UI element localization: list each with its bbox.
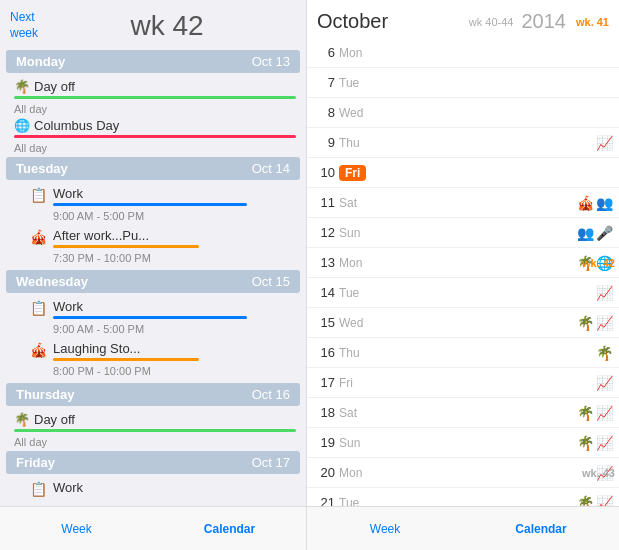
event-work-wednesday[interactable]: 📋 Work 9:00 AM - 5:00 PM [0,296,306,338]
cal-icons-20: 📈 [369,465,613,481]
allday-label-2: All day [0,142,306,154]
cal-row-10[interactable]: 10 Fri [307,158,619,188]
day-header-monday: Monday Oct 13 [6,50,300,73]
event-info-5: Work [53,480,296,495]
cal-row-9[interactable]: 9 Thu 📈 [307,128,619,158]
day-num-6: 6 [313,45,335,60]
event-day-off-monday[interactable]: 🌴 Day off [0,76,306,99]
event-bar-green-thu [14,429,296,432]
cal-row-14[interactable]: 14 Tue 📈 [307,278,619,308]
day-num-17: 17 [313,375,335,390]
event-time-laughing: 8:00 PM - 10:00 PM [53,365,296,377]
next-week-button[interactable]: Nextweek [10,10,38,41]
right-header: October wk 40-44 2014 wk. 41 [307,0,619,38]
day-num-16: 16 [313,345,335,360]
chart-icon-21: 📈 [596,495,613,507]
cal-row-17[interactable]: 17 Fri 📈 [307,368,619,398]
day-date-monday: Oct 13 [252,54,290,69]
allday-label-thu: All day [0,436,306,448]
day-name-15: Wed [339,316,369,330]
day-num-11: 11 [313,195,335,210]
event-work-tuesday[interactable]: 📋 Work 9:00 AM - 5:00 PM [0,183,306,225]
event-day-off-thursday[interactable]: 🌴 Day off [0,409,306,432]
event-bar-green [14,96,296,99]
bottom-nav-left: Week Calendar [0,507,307,550]
day-name-7: Tue [339,76,369,90]
palm-icon-15: 🌴 [577,315,594,331]
work-icon-fri: 📋 [30,480,47,498]
day-name-12: Sun [339,226,369,240]
day-name-wednesday: Wednesday [16,274,88,289]
cal-icons-18: 🌴📈 [369,405,613,421]
left-calendar-tab[interactable]: Calendar [153,507,306,550]
group-icon-11: 👥 [596,195,613,211]
day-date-friday: Oct 17 [252,455,290,470]
event-title-work-tue: Work [53,186,296,201]
event-title-laughing: Laughing Sto... [53,341,296,356]
event-bar-pink [14,135,296,138]
day-name-tuesday: Tuesday [16,161,68,176]
event-bar-blue-tue [53,203,247,206]
left-week-tab[interactable]: Week [0,507,153,550]
day-name-17: Fri [339,376,369,390]
day-name-8: Wed [339,106,369,120]
work-icon-wed: 📋 [30,299,47,317]
chart-icon-19: 📈 [596,435,613,451]
right-calendar-scroll[interactable]: 6 Mon 7 Tue 8 Wed 9 Thu 📈 [307,38,619,506]
cal-row-16[interactable]: 16 Thu 🌴 [307,338,619,368]
cal-row-21[interactable]: 21 Tue 🌴📈 [307,488,619,506]
chart-icon-14: 📈 [596,285,613,301]
chart-icon-18: 📈 [596,405,613,421]
cal-icons-15: 🌴📈 [369,315,613,331]
event-columbus-day[interactable]: 🌐 Columbus Day [0,115,306,138]
month-label: October [317,10,465,33]
cal-icons-19: 🌴📈 [369,435,613,451]
wk-label-42: wk. 42 [582,257,615,269]
cal-row-20[interactable]: 20 Mon 📈 wk. 43 [307,458,619,488]
day-date-wednesday: Oct 15 [252,274,290,289]
right-week-tab[interactable]: Week [307,507,463,550]
event-row: 📋 Work 9:00 AM - 5:00 PM [30,186,296,222]
day-num-12: 12 [313,225,335,240]
day-num-15: 15 [313,315,335,330]
day-name-20: Mon [339,466,369,480]
day-num-19: 19 [313,435,335,450]
day-header-wednesday: Wednesday Oct 15 [6,270,300,293]
cal-icons-17: 📈 [369,375,613,391]
wk-range-label: wk 40-44 [469,16,514,28]
palm-icon-21: 🌴 [577,495,594,507]
event-title-2: 🌐 Columbus Day [14,118,296,133]
cal-row-18[interactable]: 18 Sat 🌴📈 [307,398,619,428]
today-badge: Fri [339,165,366,181]
cal-row-12[interactable]: 12 Sun 👥🎤 [307,218,619,248]
palm-icon: 🌴 [14,79,30,94]
cal-row-6[interactable]: 6 Mon [307,38,619,68]
event-time-work-tue: 9:00 AM - 5:00 PM [53,210,296,222]
event-work-friday[interactable]: 📋 Work [0,477,306,501]
wk-label-43: wk. 43 [582,467,615,479]
cal-row-8[interactable]: 8 Wed [307,98,619,128]
cal-row-15[interactable]: 15 Wed 🌴📈 [307,308,619,338]
day-num-7: 7 [313,75,335,90]
cal-row-11[interactable]: 11 Sat 🎪👥 [307,188,619,218]
event-bar-orange-tue [53,245,199,248]
day-num-20: 20 [313,465,335,480]
right-calendar-tab[interactable]: Calendar [463,507,619,550]
event-bar-orange-wed [53,358,199,361]
left-scroll[interactable]: Monday Oct 13 🌴 Day off All day 🌐 Columb… [0,47,306,506]
event-laughing-wednesday[interactable]: 🎪 Laughing Sto... 8:00 PM - 10:00 PM [0,338,306,380]
cal-row-19[interactable]: 19 Sun 🌴📈 [307,428,619,458]
cal-row-13[interactable]: 13 Mon 🌴🌐 wk. 42 [307,248,619,278]
cal-icons-21: 🌴📈 [369,495,613,507]
event-row-4: 🎪 Laughing Sto... 8:00 PM - 10:00 PM [30,341,296,377]
event-bar-blue-wed [53,316,247,319]
event-title-work-fri: Work [53,480,296,495]
palm-icon-16: 🌴 [596,345,613,361]
work-icon-tue: 📋 [30,186,47,204]
cal-icons-14: 📈 [369,285,613,301]
event-info-4: Laughing Sto... 8:00 PM - 10:00 PM [53,341,296,377]
cal-row-7[interactable]: 7 Tue [307,68,619,98]
event-afterwork-tuesday[interactable]: 🎪 After work...Pu... 7:30 PM - 10:00 PM [0,225,306,267]
party-icon-11: 🎪 [577,195,594,211]
left-header: Nextweek wk 42 [0,0,306,47]
